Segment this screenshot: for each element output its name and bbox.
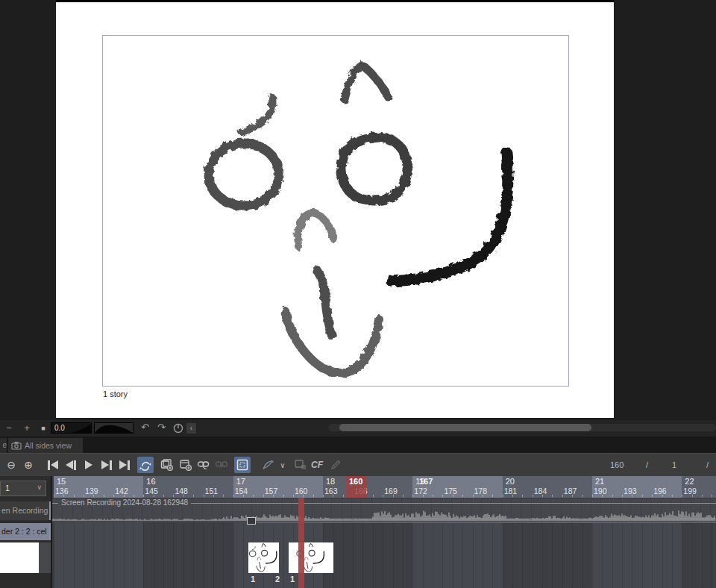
story-label: 1 story [103, 390, 128, 398]
delete-cel-button[interactable] [292, 457, 309, 473]
loop-icon [139, 459, 151, 471]
pencil-icon [330, 460, 342, 470]
curve-hill-icon [95, 423, 133, 433]
play-button[interactable] [81, 457, 97, 473]
ruler-second-label: 22 [682, 476, 716, 486]
light-table-pen-button[interactable] [260, 457, 276, 473]
pen-swoosh-icon [261, 459, 274, 471]
canvas-window[interactable]: 1 story [56, 0, 614, 418]
cel-preview-thumbnail[interactable] [0, 542, 39, 573]
timelapse-icon[interactable] [173, 423, 183, 434]
ruler-second-label: 16 [143, 476, 233, 486]
loop-playback-button[interactable] [137, 457, 154, 473]
ruler-second-label: 21 [592, 476, 682, 486]
tab-previous-fragment[interactable]: e [0, 438, 7, 453]
rotation-angle-value: 0.0 [54, 424, 65, 432]
new-cel-icon [160, 458, 174, 472]
cel-number-3[interactable]: 1 [290, 575, 295, 584]
new-folder-cel-icon [179, 458, 192, 472]
onion-skin-icon [236, 459, 248, 471]
track-scale-dropdown[interactable]: 1 ∨ [0, 481, 46, 496]
playhead-line[interactable] [298, 498, 304, 588]
folder-frame-stripes [54, 522, 716, 588]
cel-number-1[interactable]: 1 [251, 575, 255, 584]
unlink-cels-button[interactable] [213, 457, 230, 473]
playback-rate-value: 1 [672, 454, 676, 477]
timeline-zoom-in-icon[interactable]: ⊕ [20, 457, 37, 473]
redo-icon[interactable]: ↷ [157, 422, 166, 433]
angle-wedge-icon [72, 423, 91, 433]
eraser-trash-icon [294, 459, 307, 471]
new-animation-folder-button[interactable] [178, 457, 194, 473]
counter-slash-a: / [646, 454, 648, 477]
chain-link-icon [197, 459, 210, 471]
collapse-bar-button[interactable]: ‹ [186, 423, 196, 434]
current-frame-label: 160 [349, 477, 362, 486]
onion-skin-button[interactable] [234, 457, 251, 473]
cel-preview-side-strip [39, 542, 51, 573]
horizontal-scrollbar-thumb[interactable] [339, 424, 591, 431]
stop-button[interactable]: ■ [36, 420, 51, 437]
rotation-angle-field[interactable]: 0.0 [51, 422, 92, 434]
cel-2-thumbnail [289, 542, 333, 573]
clip-start-handle[interactable] [247, 517, 256, 525]
horizontal-scrollbar[interactable] [328, 424, 716, 431]
camera-icon [11, 441, 22, 450]
current-frame-counter: 160 [610, 454, 624, 477]
dropdown-chevron-icon: ∨ [37, 484, 42, 491]
animation-cel-1[interactable] [248, 542, 279, 573]
go-to-end-button[interactable] [116, 457, 133, 473]
undo-icon[interactable]: ↶ [141, 422, 149, 433]
cf-label: CF [311, 460, 323, 470]
new-animation-cel-button[interactable] [159, 457, 175, 473]
pencil-button[interactable] [328, 457, 345, 473]
cel-1-thumbnail [248, 542, 279, 573]
animation-cel-2[interactable] [289, 542, 333, 573]
ruler-second-label: 15 [54, 476, 143, 486]
cf-tool-button[interactable]: CF [309, 457, 325, 473]
track-scale-value: 1 [5, 484, 10, 492]
folder-clip-duration-bar[interactable] [247, 519, 716, 523]
tab-all-sides-label: All sides view [25, 441, 72, 450]
link-cels-button[interactable] [195, 457, 212, 473]
timeline-ruler[interactable]: 15 16 17 18 19 20 21 22 1361391421451481… [52, 476, 716, 498]
tab-all-sides-view[interactable]: All sides view [8, 438, 83, 453]
timeline-zoom-out-icon[interactable]: ⊖ [3, 457, 19, 473]
next-frame-button[interactable] [98, 457, 115, 473]
tone-curve-field[interactable] [94, 422, 134, 434]
canvas-bottom-bar: − + ■ 0.0 ↶ ↷ ‹ [0, 420, 716, 437]
previous-frame-button[interactable] [63, 457, 79, 473]
zoom-plus-button[interactable]: + [19, 420, 34, 437]
chain-broken-icon [215, 459, 228, 471]
page-frame-border [102, 35, 569, 387]
folder-track-row[interactable] [52, 522, 716, 588]
timeline-toolbar: ⊖ ⊕ [0, 453, 716, 476]
ruler-second-label: 18 [323, 476, 412, 486]
counter-slash-b: / [706, 454, 709, 477]
chevron-down-icon[interactable]: ∨ [277, 457, 288, 473]
go-to-start-button[interactable] [45, 457, 61, 473]
marked-frame-label: 167 [419, 477, 433, 486]
timeline-tab-row: e All sides view [0, 437, 716, 453]
folder-track-label[interactable]: der 2 : 2 : cel [0, 523, 51, 540]
ruler-second-label: 17 [233, 476, 323, 486]
ruler-frame-ticks [54, 495, 716, 497]
ruler-second-label: 20 [503, 476, 592, 486]
zoom-minus-button[interactable]: − [1, 420, 16, 437]
cel-number-2[interactable]: 2 [275, 575, 280, 584]
audio-track-label[interactable]: en Recording 20 [0, 501, 51, 520]
